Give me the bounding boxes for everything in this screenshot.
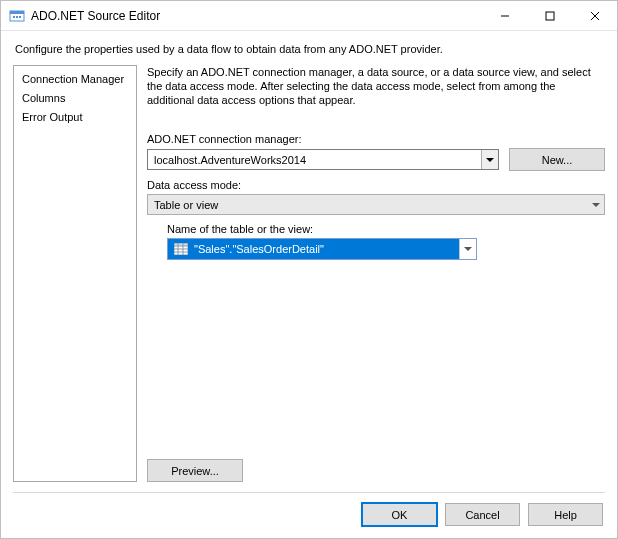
dialog-description: Configure the properties used by a data … <box>1 31 617 65</box>
svg-rect-6 <box>546 12 554 20</box>
close-button[interactable] <box>572 1 617 30</box>
data-access-mode-value: Table or view <box>154 199 218 211</box>
intro-text: Specify an ADO.NET connection manager, a… <box>147 65 605 107</box>
data-access-mode-label: Data access mode: <box>147 179 605 191</box>
svg-rect-3 <box>16 16 18 18</box>
window-controls <box>482 1 617 30</box>
data-access-mode-dropdown[interactable]: Table or view <box>147 194 605 215</box>
minimize-button[interactable] <box>482 1 527 30</box>
sidebar-item-error-output[interactable]: Error Output <box>14 108 136 127</box>
maximize-button[interactable] <box>527 1 572 30</box>
window-title: ADO.NET Source Editor <box>31 9 482 23</box>
ok-button[interactable]: OK <box>362 503 437 526</box>
sidebar: Connection Manager Columns Error Output <box>13 65 137 482</box>
svg-rect-1 <box>10 11 24 14</box>
sidebar-item-columns[interactable]: Columns <box>14 89 136 108</box>
table-name-dropdown[interactable]: "Sales"."SalesOrderDetail" <box>167 238 477 260</box>
titlebar: ADO.NET Source Editor <box>1 1 617 31</box>
help-button[interactable]: Help <box>528 503 603 526</box>
connection-manager-value: localhost.AdventureWorks2014 <box>154 154 306 166</box>
main-panel: Specify an ADO.NET connection manager, a… <box>147 65 605 482</box>
cancel-button[interactable]: Cancel <box>445 503 520 526</box>
connection-manager-label: ADO.NET connection manager: <box>147 133 605 145</box>
dialog-window: ADO.NET Source Editor Configure the prop… <box>0 0 618 539</box>
table-icon <box>174 243 188 255</box>
connection-manager-dropdown[interactable]: localhost.AdventureWorks2014 <box>147 149 499 170</box>
dialog-footer: OK Cancel Help <box>1 493 617 538</box>
svg-rect-4 <box>19 16 21 18</box>
table-name-value: "Sales"."SalesOrderDetail" <box>194 243 324 255</box>
preview-button[interactable]: Preview... <box>147 459 243 482</box>
chevron-down-icon <box>459 239 476 259</box>
new-connection-button[interactable]: New... <box>509 148 605 171</box>
svg-rect-2 <box>13 16 15 18</box>
table-name-label: Name of the table or the view: <box>167 223 605 235</box>
app-icon <box>9 8 25 24</box>
chevron-down-icon <box>481 150 498 169</box>
chevron-down-icon <box>587 195 604 214</box>
sidebar-item-connection-manager[interactable]: Connection Manager <box>14 70 136 89</box>
